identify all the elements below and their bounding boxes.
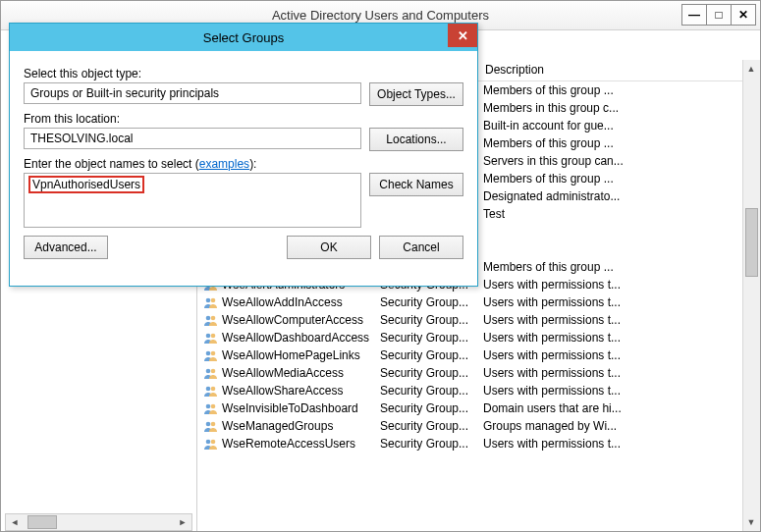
svg-point-12 xyxy=(206,351,211,356)
row-name-text: WseAllowDashboardAccess xyxy=(222,331,369,345)
svg-point-7 xyxy=(211,298,216,303)
scroll-thumb[interactable] xyxy=(745,208,758,277)
row-name-text: WseAllowShareAccess xyxy=(222,384,343,398)
table-row[interactable]: WseAllowHomePageLinksSecurity Group...Us… xyxy=(197,346,742,364)
main-window-title: Active Directory Users and Computers xyxy=(272,8,489,23)
table-row[interactable]: WseAllowComputerAccessSecurity Group...U… xyxy=(197,311,742,329)
table-row[interactable]: WseAllowDashboardAccessSecurity Group...… xyxy=(197,329,742,346)
cell-description: Users with permissions t... xyxy=(477,348,742,362)
cell-name: WseAllowComputerAccess xyxy=(197,312,374,328)
table-row[interactable]: WseAllowShareAccessSecurity Group...User… xyxy=(197,382,742,399)
vertical-scrollbar[interactable]: ▲ ▼ xyxy=(742,60,760,531)
svg-point-10 xyxy=(206,334,211,339)
cell-type: Security Group... xyxy=(374,384,477,398)
locations-button[interactable]: Locations... xyxy=(369,128,463,151)
group-icon xyxy=(203,294,219,310)
cell-type: Security Group... xyxy=(374,331,477,345)
cell-description: Users with permissions t... xyxy=(477,278,742,292)
object-names-label-suffix: ): xyxy=(249,157,256,171)
scroll-track[interactable] xyxy=(743,78,760,513)
table-row[interactable]: WseAllowAddInAccessSecurity Group...User… xyxy=(197,293,742,311)
cell-description: Users with permissions t... xyxy=(477,366,742,380)
table-row[interactable]: WseRemoteAccessUsersSecurity Group...Use… xyxy=(197,435,742,452)
cell-name: WseAllowMediaAccess xyxy=(197,365,374,381)
group-icon xyxy=(203,436,219,452)
svg-point-15 xyxy=(211,369,216,374)
cell-description: Groups managed by Wi... xyxy=(477,419,742,433)
object-names-textarea[interactable]: VpnAuthorisedUsers xyxy=(24,173,361,228)
object-type-label: Select this object type: xyxy=(24,67,463,80)
cell-name: WseAllowHomePageLinks xyxy=(197,347,374,363)
column-header-description[interactable]: Description xyxy=(477,60,760,80)
cell-type: Security Group... xyxy=(374,348,477,362)
scroll-right-icon[interactable]: ► xyxy=(174,514,191,530)
object-types-button[interactable]: Object Types... xyxy=(369,82,463,106)
group-icon xyxy=(203,365,219,381)
cell-name: WseManagedGroups xyxy=(197,418,374,434)
table-row[interactable]: WseAllowMediaAccessSecurity Group...User… xyxy=(197,364,742,382)
scroll-thumb[interactable] xyxy=(27,515,57,529)
cell-description: Domain users that are hi... xyxy=(477,401,742,415)
cell-description: Users with permissions t... xyxy=(477,437,742,451)
cancel-button[interactable]: Cancel xyxy=(379,236,463,259)
window-controls: — □ ✕ xyxy=(682,4,756,26)
svg-point-8 xyxy=(206,316,211,321)
row-name-text: WseAllowMediaAccess xyxy=(222,366,344,380)
cell-description: Members of this group ... xyxy=(477,136,742,150)
table-row[interactable]: WseManagedGroupsSecurity Group...Groups … xyxy=(197,417,742,435)
maximize-button[interactable]: □ xyxy=(706,4,732,26)
row-name-text: WseManagedGroups xyxy=(222,419,333,433)
cell-description: Members of this group ... xyxy=(477,172,742,186)
object-type-input[interactable] xyxy=(24,82,361,104)
svg-point-20 xyxy=(206,422,211,427)
dialog-footer: Advanced... OK Cancel xyxy=(24,236,463,259)
cell-name: WseRemoteAccessUsers xyxy=(197,436,374,452)
object-names-value: VpnAuthorisedUsers xyxy=(28,176,144,193)
cell-name: WseAllowShareAccess xyxy=(197,383,374,399)
advanced-button[interactable]: Advanced... xyxy=(24,236,108,259)
row-name-text: WseAllowHomePageLinks xyxy=(222,348,360,362)
examples-link[interactable]: examples xyxy=(199,157,249,171)
location-input[interactable] xyxy=(24,128,361,149)
minimize-button[interactable]: — xyxy=(681,4,707,26)
group-icon xyxy=(203,400,219,416)
left-horizontal-scrollbar[interactable]: ◄ ► xyxy=(5,513,192,531)
scroll-down-icon[interactable]: ▼ xyxy=(743,513,759,531)
group-icon xyxy=(203,330,219,346)
svg-point-14 xyxy=(206,369,211,374)
cell-type: Security Group... xyxy=(374,401,477,415)
svg-point-18 xyxy=(206,404,211,409)
svg-point-13 xyxy=(211,351,216,356)
select-groups-dialog: Select Groups ✕ Select this object type:… xyxy=(9,23,478,287)
cell-description: Users with permissions t... xyxy=(477,313,742,327)
cell-name: WseAllowAddInAccess xyxy=(197,294,374,310)
cell-description: Users with permissions t... xyxy=(477,331,742,345)
location-label: From this location: xyxy=(24,112,463,126)
cell-name: WseInvisibleToDashboard xyxy=(197,400,374,416)
scroll-up-icon[interactable]: ▲ xyxy=(743,60,759,78)
ok-button[interactable]: OK xyxy=(287,236,371,259)
object-names-label: Enter the object names to select (exampl… xyxy=(24,157,463,171)
svg-point-16 xyxy=(206,387,211,392)
table-row[interactable]: WseInvisibleToDashboardSecurity Group...… xyxy=(197,399,742,417)
row-name-text: WseInvisibleToDashboard xyxy=(222,401,358,415)
check-names-button[interactable]: Check Names xyxy=(369,173,463,196)
group-icon xyxy=(203,383,219,399)
group-icon xyxy=(203,347,219,363)
row-name-text: WseAllowAddInAccess xyxy=(222,295,343,309)
svg-point-6 xyxy=(206,298,211,303)
row-name-text: WseAllowComputerAccess xyxy=(222,313,363,327)
close-button[interactable]: ✕ xyxy=(731,4,756,26)
svg-point-17 xyxy=(211,387,216,392)
dialog-titlebar[interactable]: Select Groups ✕ xyxy=(10,24,477,51)
dialog-close-button[interactable]: ✕ xyxy=(448,24,477,47)
svg-point-9 xyxy=(211,316,216,321)
cell-description: Members of this group ... xyxy=(477,83,742,97)
cell-description: Servers in this group can... xyxy=(477,154,742,168)
svg-point-11 xyxy=(211,334,216,339)
scroll-left-icon[interactable]: ◄ xyxy=(6,514,24,530)
cell-description: Members of this group ... xyxy=(477,260,742,274)
svg-point-21 xyxy=(211,422,216,427)
group-icon xyxy=(203,312,219,328)
group-icon xyxy=(203,418,219,434)
